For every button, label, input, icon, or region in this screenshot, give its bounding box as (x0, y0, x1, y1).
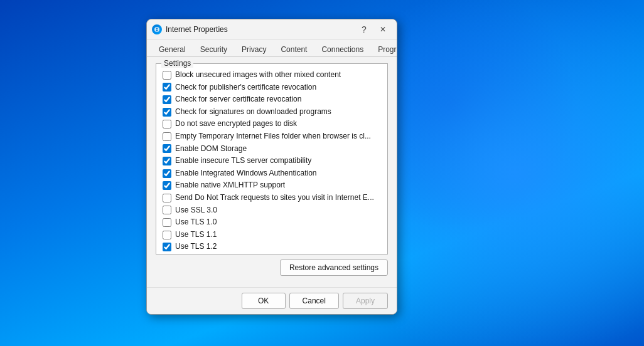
restore-advanced-button[interactable]: Restore advanced settings (280, 260, 388, 276)
setting-label-s14[interactable]: Use TLS 1.1 (175, 230, 217, 240)
tab-security[interactable]: Security (193, 42, 234, 56)
settings-list[interactable]: Block unsecured images with other mixed … (159, 66, 385, 251)
cancel-button[interactable]: Cancel (289, 293, 339, 309)
setting-label-s11[interactable]: Send Do Not Track requests to sites you … (175, 193, 374, 203)
help-button[interactable]: ? (355, 21, 373, 38)
list-item: Block unsecured images with other mixed … (160, 69, 384, 81)
titlebar: Internet Properties ? ✕ (147, 19, 397, 39)
list-item: Enable native XMLHTTP support (160, 179, 384, 192)
list-item: Send Do Not Track requests to sites you … (160, 192, 384, 204)
setting-label-s7[interactable]: Enable DOM Storage (175, 144, 247, 154)
setting-label-s10[interactable]: Enable native XMLHTTP support (175, 181, 285, 191)
setting-checkbox-s10[interactable] (163, 181, 171, 190)
dialog-icon (152, 24, 162, 34)
tab-general[interactable]: General (152, 42, 193, 56)
dialog-footer: OK Cancel Apply (147, 287, 397, 314)
list-item: Check for server certificate revocation (160, 93, 384, 106)
setting-label-s3[interactable]: Check for server certificate revocation (175, 95, 301, 105)
tab-connections[interactable]: Connections (314, 42, 370, 56)
list-item: Use TLS 1.2 (160, 241, 384, 251)
tab-programs[interactable]: Programs (371, 42, 397, 56)
internet-properties-dialog: Internet Properties ? ✕ General Security… (146, 19, 397, 315)
svg-rect-2 (156, 29, 158, 31)
setting-checkbox-s15[interactable] (163, 243, 171, 251)
setting-checkbox-s13[interactable] (163, 218, 171, 227)
apply-button[interactable]: Apply (343, 293, 388, 309)
list-item: Check for publisher's certificate revoca… (160, 81, 384, 94)
setting-label-s12[interactable]: Use SSL 3.0 (175, 206, 217, 216)
list-item: Do not save encrypted pages to disk (160, 118, 384, 130)
list-item: Check for signatures on downloaded progr… (160, 106, 384, 118)
settings-group: Settings Block unsecured images with oth… (156, 63, 388, 254)
setting-checkbox-s5[interactable] (163, 120, 171, 128)
setting-label-s1[interactable]: Block unsecured images with other mixed … (175, 70, 341, 80)
dialog-title: Internet Properties (166, 25, 355, 34)
setting-label-s6[interactable]: Empty Temporary Internet Files folder wh… (175, 132, 371, 142)
setting-checkbox-s1[interactable] (163, 71, 171, 80)
setting-label-s8[interactable]: Enable insecure TLS server compatibility (175, 156, 311, 166)
ok-button[interactable]: OK (242, 293, 286, 309)
setting-checkbox-s11[interactable] (163, 194, 171, 202)
titlebar-controls: ? ✕ (355, 21, 392, 38)
tab-content[interactable]: Content (274, 42, 314, 56)
list-item: Empty Temporary Internet Files folder wh… (160, 130, 384, 143)
tab-privacy[interactable]: Privacy (235, 42, 273, 56)
tab-content-area: Settings Block unsecured images with oth… (147, 57, 397, 287)
setting-checkbox-s4[interactable] (163, 108, 171, 117)
setting-label-s9[interactable]: Enable Integrated Windows Authentication (175, 169, 316, 179)
setting-checkbox-s2[interactable] (163, 83, 171, 92)
setting-label-s4[interactable]: Check for signatures on downloaded progr… (175, 107, 331, 117)
setting-checkbox-s8[interactable] (163, 157, 171, 165)
list-item: Enable DOM Storage (160, 143, 384, 155)
list-item: Enable Integrated Windows Authentication (160, 167, 384, 180)
setting-checkbox-s7[interactable] (163, 144, 171, 153)
dialog-wrapper: Internet Properties ? ✕ General Security… (146, 19, 397, 315)
setting-checkbox-s3[interactable] (163, 95, 171, 104)
setting-checkbox-s12[interactable] (163, 206, 171, 214)
setting-checkbox-s6[interactable] (163, 132, 171, 141)
tabs-bar: General Security Privacy Content Connect… (147, 39, 397, 57)
list-item: Use TLS 1.1 (160, 229, 384, 241)
list-item: Enable insecure TLS server compatibility (160, 155, 384, 167)
setting-label-s2[interactable]: Check for publisher's certificate revoca… (175, 83, 316, 93)
settings-group-label: Settings (161, 59, 193, 68)
svg-point-1 (156, 28, 158, 29)
setting-label-s15[interactable]: Use TLS 1.2 (175, 242, 217, 251)
setting-checkbox-s9[interactable] (163, 169, 171, 178)
list-item: Use SSL 3.0 (160, 204, 384, 217)
close-button[interactable]: ✕ (374, 21, 392, 38)
list-item: Use TLS 1.0 (160, 216, 384, 229)
setting-label-s13[interactable]: Use TLS 1.0 (175, 218, 217, 228)
setting-checkbox-s14[interactable] (163, 231, 171, 239)
restore-section: Restore advanced settings (156, 260, 388, 276)
setting-label-s5[interactable]: Do not save encrypted pages to disk (175, 119, 297, 129)
